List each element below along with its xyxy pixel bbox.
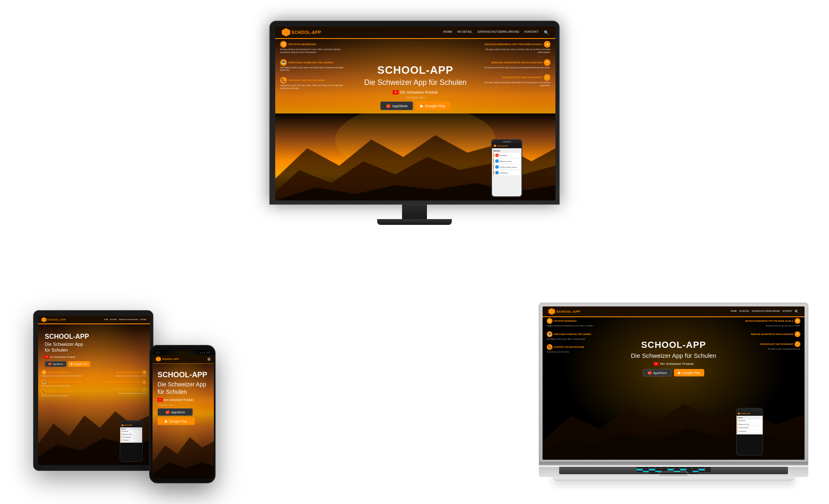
phone-item-icon-2 xyxy=(495,159,499,163)
tablet-nav-home[interactable]: HOME xyxy=(104,319,109,321)
nav-home[interactable]: HOME xyxy=(443,30,452,35)
laptop-phone-mockup: SCHOOL-APP Schule Mustertitel Allgemeine… xyxy=(736,408,763,456)
lp-content: Schule Mustertitel Allgemeine Infos Fern… xyxy=(737,416,763,434)
laptop-rf-1-title: MASSGSCHNEIDERTE APP FÜR DEINE SCHULE xyxy=(745,320,793,322)
sp-hero: SCHOOL-APP Die Schweizer Appfür Schulen … xyxy=(153,364,214,432)
feature-title-intuitive: INTUITIVE BEDIENUNG xyxy=(288,43,316,46)
appstore-label-monitor: AppStore xyxy=(392,104,408,108)
laptop-hero-subtitle: Die Schweizer App für Schulen xyxy=(631,352,716,359)
tablet-screen: SCHOOL-APP HOME IM DETAIL DATENSCHUTZERK… xyxy=(38,316,150,465)
tablet-fi-2-title: EINFACHES HANDLING FÜR LEHRER xyxy=(48,381,81,383)
sp-google-label: Google Play xyxy=(169,420,187,423)
sp-hero-title: SCHOOL-APP xyxy=(158,371,209,380)
feature-icon-possibilities: ✈ xyxy=(544,59,550,66)
monitor-stand-neck xyxy=(402,205,427,219)
monitor-wrapper: SCHOOL-APP HOME IM DETAIL DATENSCHUTZERK… xyxy=(269,21,560,225)
key xyxy=(662,467,667,468)
tablet-fr-2: BEINAHE UNLIMITIERTE MÖGLICHKEITEN ✈ xyxy=(101,380,147,385)
nav-contact[interactable]: KONTAKT xyxy=(524,30,539,35)
monitor-stand-base xyxy=(377,219,452,225)
phone-list-item-4: UniDistance xyxy=(493,170,520,175)
laptop-bottom-base xyxy=(553,477,795,481)
feature-handling: 💻 EINFACHES HANDLING FÜR LEHRER Die Plat… xyxy=(280,59,347,72)
key xyxy=(699,467,705,468)
laptop-nav-detail[interactable]: IM DETAIL xyxy=(739,310,749,313)
laptop-google-button[interactable]: ▶ Google Play xyxy=(674,369,705,376)
laptop-lf-3-title: SUPPORT AUS ERSTER HAND xyxy=(554,346,584,348)
feature-desc-handling: Die Plattform soll für Lehrer, Eltern un… xyxy=(280,67,347,72)
laptop-google-label: Google Play xyxy=(682,371,701,375)
tablet-swiss-badge: + Ein Schweizer Produkt xyxy=(45,355,90,359)
laptop-lf-1-icon: ☰ xyxy=(547,318,553,324)
feature-icon-intuitive: ☰ xyxy=(280,41,287,48)
feature-support: 📞 SUPPORT AUS ERSTER HAND Jederzeit für … xyxy=(280,77,347,90)
sp-google-button[interactable]: ▶ Google Play xyxy=(158,417,195,425)
key-cyan-6 xyxy=(643,471,649,472)
laptop-search-icon[interactable]: 🔍 xyxy=(795,310,799,313)
laptop-swiss-label: Ein Schweizer Produkt xyxy=(660,362,693,366)
monitor-phone-mockup: SCHOOL-APP Schule Mustertitel Allgemeine… xyxy=(491,139,522,197)
feature-custom: MASSGSCHNEIDERTE APP FÜR DEINE SCHULE ★ … xyxy=(484,41,550,54)
feature-intuitive: ☰ INTUITIVE BEDIENUNG Die App erleichter… xyxy=(280,41,347,54)
laptop-lf-3-icon: 📞 xyxy=(547,344,553,350)
nav-privacy[interactable]: DATENSCHUTZERKLÄRUNG xyxy=(478,30,519,35)
keyboard-row-2 xyxy=(560,469,788,470)
tablet-fi-1-icon: ☰ xyxy=(41,370,46,375)
monitor-features-right: MASSGSCHNEIDERTE APP FÜR DEINE SCHULE ★ … xyxy=(484,41,550,87)
tablet-nav-privacy[interactable]: DATENSCHUTZERKLÄRUNG xyxy=(119,319,138,321)
sp-apple-icon: 🍎 xyxy=(165,410,170,414)
key xyxy=(693,467,698,468)
sp-logo-text: SCHOOL-APP xyxy=(162,358,179,360)
tablet-hero-title: SCHOOL-APP xyxy=(45,333,90,340)
phone-item-icon-4 xyxy=(495,171,499,174)
google-button-monitor[interactable]: ▶ Google Play xyxy=(415,101,450,110)
tablet-apple-icon: 🍎 xyxy=(48,362,52,366)
swiss-badge-monitor: + Ein Schweizer Produkt xyxy=(364,90,466,94)
tablet-fi-1-desc: Die App erleichtert die Schularbeit für … xyxy=(41,375,87,377)
tablet-features-right: MASSGSCHNEIDERTE APP ★ Wo genau sehen si… xyxy=(101,370,147,395)
sp-appstore-button[interactable]: 🍎 AppStore xyxy=(158,408,193,416)
feature-title-handling: EINFACHES HANDLING FÜR LEHRER xyxy=(288,61,333,64)
tablet-fi-3-desc: Jederzeit für Lehrer Ihrer Infos und Vid… xyxy=(41,395,87,397)
feature-icon-support: 📞 xyxy=(280,77,287,84)
laptop-appstore-label: AppStore xyxy=(653,371,667,375)
lp-nav: SCHOOL-APP xyxy=(737,411,763,416)
laptop-nav-home[interactable]: HOME xyxy=(731,310,737,313)
smartphone-device: 9:21 ▲▲▲ WiFi SCHOOL-APP ≡ xyxy=(149,345,216,483)
nav-detail[interactable]: IM DETAIL xyxy=(457,30,472,35)
key xyxy=(649,467,655,468)
key xyxy=(668,467,674,468)
tablet-logo-text: SCHOOL-APP xyxy=(47,318,66,321)
tablet-device: SCHOOL-APP HOME IM DETAIL DATENSCHUTZERK… xyxy=(33,310,153,471)
appstore-button-monitor[interactable]: 🍎 AppStore xyxy=(381,101,413,110)
tablet-hero-subtitle: Die Schweizer Appfür Schulen xyxy=(45,341,90,353)
smartphone-wrapper: 9:21 ▲▲▲ WiFi SCHOOL-APP ≡ xyxy=(149,345,216,483)
tablet-google-button[interactable]: ▶ Google Play xyxy=(68,361,90,367)
tablet-hero: SCHOOL-APP Die Schweizer Appfür Schulen … xyxy=(45,333,90,367)
key xyxy=(674,467,680,468)
tp-item-3: Fernfachschule xyxy=(121,436,141,439)
key xyxy=(699,471,705,472)
tablet-appstore-button[interactable]: 🍎 AppStore xyxy=(45,361,66,367)
monitor-frame: SCHOOL-APP HOME IM DETAIL DATENSCHUTZERK… xyxy=(269,21,560,205)
lp-logo-text: SCHOOL-APP xyxy=(741,413,750,415)
hamburger-menu-icon[interactable]: ≡ xyxy=(207,356,211,362)
search-icon[interactable]: 🔍 xyxy=(544,30,549,35)
laptop-nav-contact[interactable]: KONTAKT xyxy=(783,310,792,313)
laptop-nav-privacy[interactable]: DATENSCHUTZERKLÄRUNG xyxy=(752,310,780,313)
laptop-appstore-button[interactable]: 🍎 AppStore xyxy=(643,369,671,376)
key-cyan-4 xyxy=(680,469,686,470)
phone-item-icon-3 xyxy=(495,165,499,169)
tp-item-4: UniDistance xyxy=(121,439,141,441)
scene: SCHOOL-APP HOME IM DETAIL DATENSCHUTZERK… xyxy=(0,0,829,504)
laptop-wrapper: SCHOOL-APP HOME IM DETAIL DATENSCHUTZERK… xyxy=(539,303,808,481)
smartphone-screen: 9:21 ▲▲▲ WiFi SCHOOL-APP ≡ xyxy=(153,350,214,478)
laptop-lf-2-desc: Die Plattform soll für Lehrer, Eltern un… xyxy=(547,338,605,340)
phone-list-item-1: Mustertitel xyxy=(493,153,520,158)
tablet-nav-detail[interactable]: IM DETAIL xyxy=(110,319,117,321)
laptop-lid: SCHOOL-APP HOME IM DETAIL DATENSCHUTZERK… xyxy=(539,303,808,462)
tablet-nav-contact[interactable]: KONTAKT xyxy=(140,319,147,321)
laptop-lf-1-title: INTUITIVE BEDIENUNG xyxy=(554,320,577,322)
phone-item-label-1: Mustertitel xyxy=(499,154,507,157)
laptop-rf-1-icon: ★ xyxy=(795,318,800,324)
